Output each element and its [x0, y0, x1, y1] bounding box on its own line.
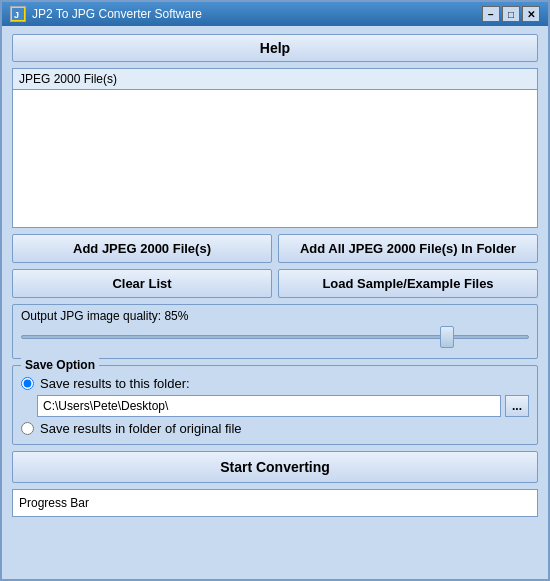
svg-text:J: J [14, 10, 19, 20]
minimize-button[interactable]: − [482, 6, 500, 22]
save-original-radio-row: Save results in folder of original file [21, 421, 529, 436]
add-buttons-row: Add JPEG 2000 File(s) Add All JPEG 2000 … [12, 234, 538, 263]
add-folder-button[interactable]: Add All JPEG 2000 File(s) In Folder [278, 234, 538, 263]
save-to-folder-label: Save results to this folder: [40, 376, 190, 391]
save-options-legend: Save Option [21, 358, 99, 372]
maximize-button[interactable]: □ [502, 6, 520, 22]
start-converting-button[interactable]: Start Converting [12, 451, 538, 483]
slider-container [21, 327, 529, 350]
app-icon: J [10, 6, 26, 22]
progress-bar-label: Progress Bar [19, 496, 89, 510]
save-options-group: Save Option Save results to this folder:… [12, 365, 538, 445]
folder-input-row: ... [37, 395, 529, 417]
add-files-button[interactable]: Add JPEG 2000 File(s) [12, 234, 272, 263]
browse-button[interactable]: ... [505, 395, 529, 417]
folder-path-input[interactable] [37, 395, 501, 417]
clear-list-button[interactable]: Clear List [12, 269, 272, 298]
save-original-radio[interactable] [21, 422, 34, 435]
file-list-container: JPEG 2000 File(s) [12, 68, 538, 228]
save-to-folder-radio[interactable] [21, 377, 34, 390]
title-bar: J JP2 To JPG Converter Software − □ ✕ [2, 2, 548, 26]
file-list-header: JPEG 2000 File(s) [13, 69, 537, 90]
title-text: JP2 To JPG Converter Software [32, 7, 202, 21]
quality-label: Output JPG image quality: 85% [21, 309, 529, 323]
main-content: Help JPEG 2000 File(s) Add JPEG 2000 Fil… [2, 26, 548, 579]
save-original-label: Save results in folder of original file [40, 421, 242, 436]
file-list-body[interactable] [13, 90, 537, 224]
save-to-folder-radio-row: Save results to this folder: [21, 376, 529, 391]
progress-bar-container: Progress Bar [12, 489, 538, 517]
load-sample-button[interactable]: Load Sample/Example Files [278, 269, 538, 298]
clear-load-buttons-row: Clear List Load Sample/Example Files [12, 269, 538, 298]
quality-slider[interactable] [21, 327, 529, 347]
close-button[interactable]: ✕ [522, 6, 540, 22]
help-button[interactable]: Help [12, 34, 538, 62]
quality-group: Output JPG image quality: 85% [12, 304, 538, 359]
main-window: J JP2 To JPG Converter Software − □ ✕ He… [0, 0, 550, 581]
